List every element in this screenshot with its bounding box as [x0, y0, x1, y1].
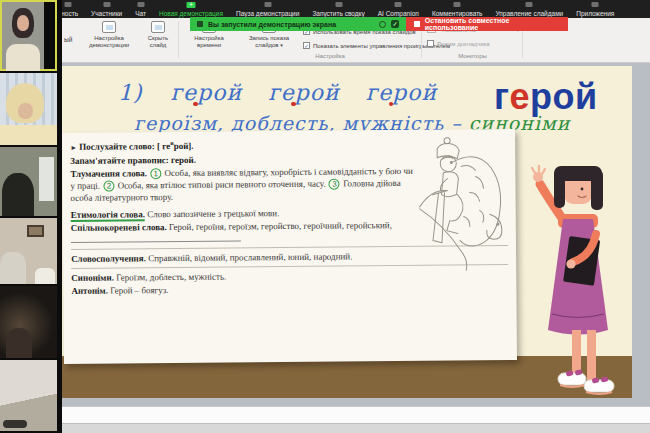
participant-video[interactable]: [0, 73, 57, 145]
room-window: [39, 157, 54, 201]
toolbar-item-summary[interactable]: Запустить сводку: [312, 1, 364, 18]
room-object: [35, 268, 55, 284]
presenter-view-checkbox[interactable]: Режим докладчика: [427, 40, 490, 47]
toolbar-item-ai-companion[interactable]: AI Companion: [378, 1, 419, 18]
annotate-icon: [454, 2, 461, 7]
toolbar-label: Комментировать: [432, 10, 483, 17]
etymology-text: Слово запозичене з грецької мови.: [147, 208, 279, 219]
toolbar-label: Пауза демонстрации: [236, 10, 299, 17]
button-label: Настройка демонстрации: [80, 35, 138, 49]
worksheet-page: ► Послухайте слово: [ геирой]. Запам'ята…: [62, 129, 517, 364]
stop-icon: [414, 21, 420, 27]
monitors-group-label: Мониторы: [425, 53, 520, 59]
participant-video[interactable]: [0, 360, 57, 431]
knight-on-horse-illustration: [417, 132, 510, 275]
stressed-letter: е: [510, 76, 531, 117]
toolbar-item-participants[interactable]: Участники: [91, 1, 122, 18]
toolbar-label: Участники: [91, 10, 122, 17]
apps-icon: [592, 2, 599, 7]
button-label: Настройка времени: [182, 35, 236, 49]
participant-name-badge: [3, 420, 27, 428]
security-icon: [65, 2, 72, 7]
button-label: Запись показа слайдов ▾: [240, 35, 298, 49]
toolbar-item-annotate[interactable]: Комментировать: [432, 1, 483, 18]
toolbar-label: Чат: [135, 10, 146, 17]
participant-video[interactable]: [0, 218, 57, 284]
ribbon-divider: [178, 21, 179, 58]
pause-icon: [264, 2, 271, 7]
toolbar-label: Новая демонстрация: [159, 10, 223, 17]
participant-figure: [6, 44, 40, 71]
antonym-text: Герой – боягуз.: [110, 285, 168, 296]
summary-icon: [335, 2, 342, 7]
participants-icon: [103, 2, 110, 7]
setup-slideshow-icon: [102, 21, 116, 33]
participant-figure: [2, 173, 34, 216]
meaning-2: Особа, яка втілює типові риси певного от…: [118, 179, 326, 191]
checkbox-icon: ✓: [303, 42, 310, 49]
shield-icon[interactable]: ✓: [391, 20, 399, 28]
button-label: Скрыть слайд: [140, 35, 176, 49]
toolbar-item-apps[interactable]: Приложения: [576, 1, 614, 18]
collocations-text: Справжній, відомий, прославлений, юний, …: [148, 251, 352, 263]
stop-share-label: Остановить совместное использование: [425, 17, 560, 31]
circled-number-2: 2: [103, 181, 114, 192]
settings-group-label: Настройка: [260, 53, 400, 59]
toolbar-item-new-share[interactable]: Новая демонстрация: [159, 1, 223, 18]
participant-figure: [6, 328, 32, 358]
hand-word-geroy: герой: [171, 80, 243, 105]
hide-slide-button[interactable]: Скрыть слайд: [140, 21, 176, 49]
participants-sidebar: [0, 0, 62, 433]
toolbar-label: Запустить сводку: [312, 10, 364, 17]
ribbon-partial-button[interactable]: ый: [64, 36, 72, 43]
screen: сность Участники Чат Новая демонстрация …: [0, 0, 650, 433]
pointer-icon: ►: [70, 144, 77, 152]
participant-figure: [17, 15, 29, 31]
hand-word-geroy: герой: [268, 80, 340, 105]
taskbar-band: [57, 423, 650, 433]
hand-word-geroy: герой: [366, 80, 438, 105]
timer-icon[interactable]: [379, 21, 386, 28]
toolbar-label: Управление слайдами: [496, 10, 564, 17]
annotate-mini-icon[interactable]: [197, 21, 203, 27]
participant-figure: [0, 125, 57, 145]
chat-icon: [137, 2, 144, 7]
checkbox-label: Режим докладчика: [437, 41, 490, 47]
dropdown-caret-icon: ▾: [280, 42, 283, 48]
participant-video-active-speaker[interactable]: [0, 0, 57, 71]
participant-video[interactable]: [0, 147, 57, 216]
toolbar-label: Приложения: [576, 10, 614, 17]
sharing-active-banner: Вы запустили демонстрацию экрана ✓: [190, 17, 406, 31]
slides-icon: [526, 2, 533, 7]
antonym-line: Антонім. Герой – боягуз.: [71, 281, 508, 297]
toolbar-item-slide-control[interactable]: Управление слайдами: [496, 1, 564, 18]
toolbar-item-pause-share[interactable]: Пауза демонстрации: [236, 1, 299, 18]
picture-frame: [27, 225, 44, 237]
sharing-active-text: Вы запустили демонстрацию экрана: [208, 21, 336, 28]
teacher-girl-illustration: [530, 162, 632, 398]
circled-number-3: 3: [329, 179, 340, 190]
share-banners: Вы запустили демонстрацию экрана ✓ Остан…: [190, 17, 568, 31]
list-number: 1): [118, 80, 143, 105]
new-share-icon: [186, 2, 195, 8]
circled-number-1: 1: [150, 168, 161, 179]
slide-title-geroy: герой: [494, 76, 598, 118]
blank-write-line: [71, 233, 241, 242]
participant-figure: [0, 252, 26, 284]
setup-slideshow-button[interactable]: Настройка демонстрации: [80, 21, 138, 49]
checkbox-icon: [427, 40, 434, 47]
participant-figure: [18, 103, 33, 119]
toolbar-item-chat[interactable]: Чат: [135, 1, 146, 18]
hide-slide-icon: [151, 21, 165, 33]
presentation-slide: 1) герой герой герой героїзм, доблесть, …: [62, 66, 632, 398]
cognates-text: Герой, героїня, героїзм, геройство, геро…: [169, 220, 392, 232]
stop-share-button[interactable]: Остановить совместное использование: [406, 17, 568, 31]
toolbar-label: AI Companion: [378, 10, 419, 17]
zoom-meeting-toolbar: сность Участники Чат Новая демонстрация …: [0, 0, 650, 18]
synonyms-text: Героїзм, доблесть, мужність.: [116, 272, 226, 283]
ai-companion-icon: [395, 2, 402, 7]
handwritten-line-1: 1) герой герой герой: [118, 80, 437, 105]
status-band: [57, 406, 650, 423]
participant-video[interactable]: [0, 286, 57, 358]
